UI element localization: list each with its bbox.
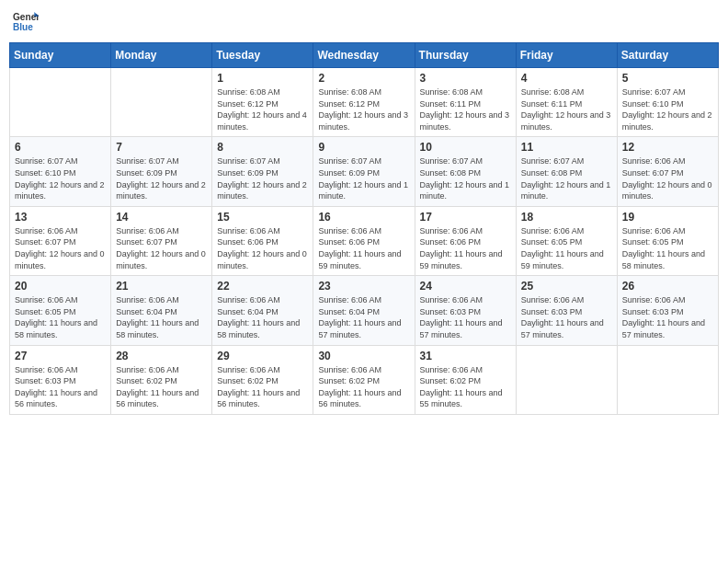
calendar-cell: 17Sunrise: 6:06 AM Sunset: 6:06 PM Dayli…	[415, 206, 516, 275]
day-detail: Sunrise: 6:06 AM Sunset: 6:05 PM Dayligh…	[15, 294, 106, 340]
day-detail: Sunrise: 6:06 AM Sunset: 6:03 PM Dayligh…	[521, 294, 612, 340]
day-number: 9	[318, 141, 409, 154]
calendar-cell: 10Sunrise: 6:07 AM Sunset: 6:08 PM Dayli…	[415, 137, 516, 206]
calendar-cell: 5Sunrise: 6:07 AM Sunset: 6:10 PM Daylig…	[617, 68, 718, 137]
day-detail: Sunrise: 6:06 AM Sunset: 6:02 PM Dayligh…	[318, 364, 409, 410]
day-detail: Sunrise: 6:07 AM Sunset: 6:10 PM Dayligh…	[15, 155, 106, 201]
calendar-cell: 27Sunrise: 6:06 AM Sunset: 6:03 PM Dayli…	[10, 345, 111, 414]
day-detail: Sunrise: 6:06 AM Sunset: 6:07 PM Dayligh…	[116, 225, 207, 271]
calendar-week-4: 27Sunrise: 6:06 AM Sunset: 6:03 PM Dayli…	[10, 345, 719, 414]
day-number: 5	[622, 72, 713, 85]
calendar-week-0: 1Sunrise: 6:08 AM Sunset: 6:12 PM Daylig…	[10, 68, 719, 137]
calendar-cell: 12Sunrise: 6:06 AM Sunset: 6:07 PM Dayli…	[617, 137, 718, 206]
logo-icon: General Blue	[13, 9, 39, 35]
calendar-cell: 16Sunrise: 6:06 AM Sunset: 6:06 PM Dayli…	[313, 206, 415, 275]
day-number: 24	[420, 280, 511, 293]
day-number: 15	[217, 211, 308, 224]
calendar-cell: 3Sunrise: 6:08 AM Sunset: 6:11 PM Daylig…	[415, 68, 516, 137]
day-number: 2	[318, 72, 409, 85]
calendar-cell: 25Sunrise: 6:06 AM Sunset: 6:03 PM Dayli…	[516, 276, 617, 345]
calendar-cell: 30Sunrise: 6:06 AM Sunset: 6:02 PM Dayli…	[313, 345, 415, 414]
calendar-cell: 2Sunrise: 6:08 AM Sunset: 6:12 PM Daylig…	[313, 68, 415, 137]
day-number: 19	[622, 211, 713, 224]
day-detail: Sunrise: 6:08 AM Sunset: 6:12 PM Dayligh…	[318, 86, 409, 132]
day-detail: Sunrise: 6:07 AM Sunset: 6:09 PM Dayligh…	[217, 155, 308, 201]
day-number: 16	[318, 211, 409, 224]
day-detail: Sunrise: 6:08 AM Sunset: 6:11 PM Dayligh…	[521, 86, 612, 132]
day-number: 12	[622, 141, 713, 154]
day-detail: Sunrise: 6:06 AM Sunset: 6:04 PM Dayligh…	[318, 294, 409, 340]
logo: General Blue	[13, 9, 39, 35]
day-detail: Sunrise: 6:06 AM Sunset: 6:04 PM Dayligh…	[217, 294, 308, 340]
col-header-wednesday: Wednesday	[313, 43, 415, 68]
day-detail: Sunrise: 6:06 AM Sunset: 6:02 PM Dayligh…	[420, 364, 511, 410]
day-detail: Sunrise: 6:06 AM Sunset: 6:07 PM Dayligh…	[15, 225, 106, 271]
day-detail: Sunrise: 6:06 AM Sunset: 6:05 PM Dayligh…	[521, 225, 612, 271]
day-number: 1	[217, 72, 308, 85]
day-number: 4	[521, 72, 612, 85]
calendar-cell: 29Sunrise: 6:06 AM Sunset: 6:02 PM Dayli…	[212, 345, 313, 414]
day-detail: Sunrise: 6:06 AM Sunset: 6:04 PM Dayligh…	[116, 294, 207, 340]
day-number: 18	[521, 211, 612, 224]
day-number: 8	[217, 141, 308, 154]
col-header-monday: Monday	[111, 43, 212, 68]
calendar-table: SundayMondayTuesdayWednesdayThursdayFrid…	[9, 42, 719, 415]
day-number: 11	[521, 141, 612, 154]
day-detail: Sunrise: 6:06 AM Sunset: 6:03 PM Dayligh…	[420, 294, 511, 340]
calendar-cell: 11Sunrise: 6:07 AM Sunset: 6:08 PM Dayli…	[516, 137, 617, 206]
calendar-cell: 21Sunrise: 6:06 AM Sunset: 6:04 PM Dayli…	[111, 276, 212, 345]
day-detail: Sunrise: 6:06 AM Sunset: 6:02 PM Dayligh…	[116, 364, 207, 410]
calendar-cell: 31Sunrise: 6:06 AM Sunset: 6:02 PM Dayli…	[415, 345, 516, 414]
day-detail: Sunrise: 6:06 AM Sunset: 6:06 PM Dayligh…	[318, 225, 409, 271]
day-number: 23	[318, 280, 409, 293]
day-number: 13	[15, 211, 106, 224]
day-number: 27	[15, 350, 106, 362]
col-header-friday: Friday	[516, 43, 617, 68]
day-detail: Sunrise: 6:07 AM Sunset: 6:09 PM Dayligh…	[116, 155, 207, 201]
calendar-header-row: SundayMondayTuesdayWednesdayThursdayFrid…	[10, 43, 719, 68]
day-number: 22	[217, 280, 308, 293]
calendar-cell: 26Sunrise: 6:06 AM Sunset: 6:03 PM Dayli…	[617, 276, 718, 345]
calendar-cell: 18Sunrise: 6:06 AM Sunset: 6:05 PM Dayli…	[516, 206, 617, 275]
calendar-cell: 4Sunrise: 6:08 AM Sunset: 6:11 PM Daylig…	[516, 68, 617, 137]
col-header-saturday: Saturday	[617, 43, 718, 68]
calendar-cell: 7Sunrise: 6:07 AM Sunset: 6:09 PM Daylig…	[111, 137, 212, 206]
calendar-cell	[111, 68, 212, 137]
page-header: General Blue	[9, 9, 719, 35]
calendar-cell: 8Sunrise: 6:07 AM Sunset: 6:09 PM Daylig…	[212, 137, 313, 206]
col-header-tuesday: Tuesday	[212, 43, 313, 68]
col-header-thursday: Thursday	[415, 43, 516, 68]
day-number: 30	[318, 350, 409, 362]
day-number: 28	[116, 350, 207, 362]
day-number: 21	[116, 280, 207, 293]
calendar-week-3: 20Sunrise: 6:06 AM Sunset: 6:05 PM Dayli…	[10, 276, 719, 345]
day-number: 17	[420, 211, 511, 224]
day-number: 20	[15, 280, 106, 293]
day-detail: Sunrise: 6:06 AM Sunset: 6:03 PM Dayligh…	[15, 364, 106, 410]
day-number: 31	[420, 350, 511, 362]
day-number: 3	[420, 72, 511, 85]
calendar-cell: 15Sunrise: 6:06 AM Sunset: 6:06 PM Dayli…	[212, 206, 313, 275]
day-detail: Sunrise: 6:08 AM Sunset: 6:11 PM Dayligh…	[420, 86, 511, 132]
day-detail: Sunrise: 6:07 AM Sunset: 6:10 PM Dayligh…	[622, 86, 713, 132]
day-number: 25	[521, 280, 612, 293]
day-detail: Sunrise: 6:07 AM Sunset: 6:08 PM Dayligh…	[420, 155, 511, 201]
day-detail: Sunrise: 6:06 AM Sunset: 6:07 PM Dayligh…	[622, 155, 713, 201]
calendar-cell: 14Sunrise: 6:06 AM Sunset: 6:07 PM Dayli…	[111, 206, 212, 275]
calendar-cell	[516, 345, 617, 414]
calendar-cell: 24Sunrise: 6:06 AM Sunset: 6:03 PM Dayli…	[415, 276, 516, 345]
day-detail: Sunrise: 6:08 AM Sunset: 6:12 PM Dayligh…	[217, 86, 308, 132]
day-number: 29	[217, 350, 308, 362]
calendar-week-2: 13Sunrise: 6:06 AM Sunset: 6:07 PM Dayli…	[10, 206, 719, 275]
day-number: 10	[420, 141, 511, 154]
calendar-cell: 23Sunrise: 6:06 AM Sunset: 6:04 PM Dayli…	[313, 276, 415, 345]
calendar-cell: 19Sunrise: 6:06 AM Sunset: 6:05 PM Dayli…	[617, 206, 718, 275]
calendar-cell: 28Sunrise: 6:06 AM Sunset: 6:02 PM Dayli…	[111, 345, 212, 414]
col-header-sunday: Sunday	[10, 43, 111, 68]
day-number: 26	[622, 280, 713, 293]
calendar-cell	[10, 68, 111, 137]
calendar-cell: 13Sunrise: 6:06 AM Sunset: 6:07 PM Dayli…	[10, 206, 111, 275]
day-detail: Sunrise: 6:06 AM Sunset: 6:02 PM Dayligh…	[217, 364, 308, 410]
calendar-cell	[617, 345, 718, 414]
day-number: 14	[116, 211, 207, 224]
